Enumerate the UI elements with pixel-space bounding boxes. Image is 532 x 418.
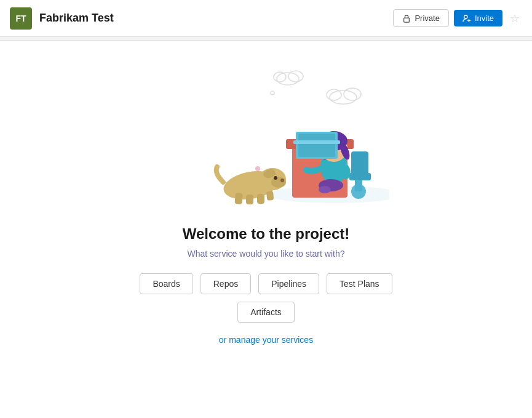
svg-rect-38 xyxy=(266,191,274,201)
project-name: Fabrikam Test xyxy=(39,12,393,25)
header: FT Fabrikam Test Private Invite ☆ xyxy=(0,0,532,37)
header-actions: Private Invite ☆ xyxy=(393,9,522,28)
svg-point-5 xyxy=(277,73,299,85)
service-button-repos[interactable]: Repos xyxy=(200,273,251,294)
service-button-boards[interactable]: Boards xyxy=(140,273,193,294)
svg-point-32 xyxy=(280,179,284,182)
svg-point-9 xyxy=(330,90,357,104)
star-button[interactable]: ☆ xyxy=(507,9,522,28)
svg-point-31 xyxy=(271,177,286,188)
svg-point-21 xyxy=(319,186,331,193)
service-button-testplans[interactable]: Test Plans xyxy=(327,273,392,294)
svg-point-34 xyxy=(274,176,277,180)
service-buttons-row1: Boards Repos Pipelines Test Plans xyxy=(140,273,392,294)
svg-point-11 xyxy=(327,89,341,100)
lock-icon xyxy=(402,14,411,23)
project-avatar: FT xyxy=(10,7,32,30)
svg-point-7 xyxy=(274,72,286,82)
private-label: Private xyxy=(415,14,439,23)
invite-icon xyxy=(463,14,471,23)
svg-rect-27 xyxy=(298,134,335,157)
svg-point-10 xyxy=(344,88,361,100)
svg-rect-17 xyxy=(351,151,368,175)
service-button-artifacts[interactable]: Artifacts xyxy=(237,302,295,323)
svg-point-8 xyxy=(271,91,274,95)
svg-rect-18 xyxy=(349,173,371,180)
welcome-subtitle: What service would you like to start wit… xyxy=(188,249,345,259)
private-button[interactable]: Private xyxy=(393,9,448,27)
svg-rect-35 xyxy=(234,193,243,204)
invite-label: Invite xyxy=(475,14,494,23)
illustration xyxy=(143,53,389,213)
svg-rect-28 xyxy=(293,140,340,144)
svg-point-1 xyxy=(464,15,467,18)
svg-point-12 xyxy=(255,166,260,171)
manage-services-link[interactable]: or manage your services xyxy=(219,335,313,345)
svg-rect-0 xyxy=(404,18,410,22)
welcome-title: Welcome to the project! xyxy=(183,225,350,243)
svg-point-6 xyxy=(288,71,303,82)
service-button-pipelines[interactable]: Pipelines xyxy=(258,273,319,294)
svg-rect-36 xyxy=(246,195,253,204)
svg-rect-37 xyxy=(257,194,264,204)
main-content: Welcome to the project! What service wou… xyxy=(0,41,532,345)
service-buttons-row2: Artifacts xyxy=(237,302,295,323)
invite-button[interactable]: Invite xyxy=(454,10,502,26)
